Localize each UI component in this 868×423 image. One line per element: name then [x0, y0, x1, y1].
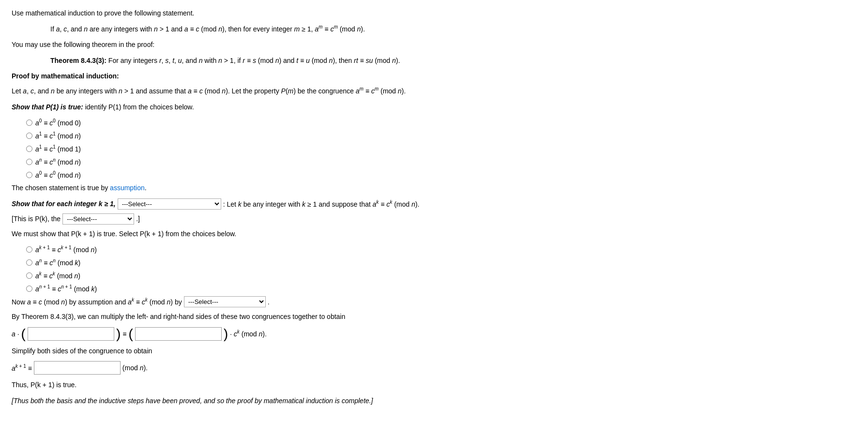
- theorem-block: Theorem 8.4.3(3): For any integers r, s,…: [12, 55, 856, 66]
- statement-block: If a, c, and n are any integers with n >…: [50, 23, 856, 34]
- right-paren-2: ): [224, 327, 228, 341]
- radio-pk1-2[interactable]: [26, 259, 32, 266]
- proof-header-text: Proof by mathematical induction:: [12, 72, 119, 80]
- radio-pk1-3-label: ak ≡ ck (mod n): [35, 270, 80, 281]
- ak1-input[interactable]: [34, 361, 121, 375]
- theorem-label: Theorem 8.4.3(3):: [50, 57, 107, 64]
- by-theorem-text: By Theorem 8.4.3(3), we can multiply the…: [12, 313, 345, 320]
- radio-pk1-3[interactable]: [26, 272, 32, 279]
- by-theorem-line: By Theorem 8.4.3(3), we can multiply the…: [12, 311, 856, 322]
- we-must-line: We must show that P(k + 1) is true. Sele…: [12, 228, 856, 239]
- statement-line: If a, c, and n are any integers with n >…: [12, 23, 856, 34]
- left-paren-1: (: [21, 327, 26, 341]
- radio-pk1-4-label: an + 1 ≡ cn + 1 (mod k): [35, 283, 97, 294]
- conclusion-line: [Thus both the basis and the inductive s…: [12, 395, 856, 406]
- radio-option-3: a1 ≡ c1 (mod 1): [26, 143, 856, 154]
- let-statement-text: Let a, c, and n be any integers with n >…: [12, 87, 406, 95]
- show-k-select[interactable]: ---Select--- if P(k) is true then P(k+1)…: [118, 198, 221, 210]
- radio-option-5: a0 ≡ c0 (mod n): [26, 169, 856, 181]
- simplify-text: Simplify both sides of the congruence to…: [12, 347, 152, 355]
- radio-pk1-1[interactable]: [26, 246, 32, 253]
- theorem-intro-line: You may use the following theorem in the…: [12, 39, 856, 50]
- instruction-text: Use mathematical induction to prove the …: [12, 9, 194, 17]
- now-a-text: Now a ≡ c (mod n) by assumption and ak ≡…: [12, 296, 182, 307]
- radio-p1-3[interactable]: [26, 146, 32, 152]
- radio-option-2: a1 ≡ c1 (mod n): [26, 130, 856, 141]
- show-k-line: Show that for each integer k ≥ 1, ---Sel…: [12, 198, 856, 210]
- statement-text: If a, c, and n are any integers with n >…: [50, 25, 365, 33]
- radio-pk1-option-2: an ≡ cn (mod k): [26, 257, 856, 268]
- show-k-mid-text: : Let k be any integer with k ≥ 1 and su…: [223, 198, 420, 210]
- right-paren-1: ): [116, 327, 121, 341]
- show-p1-label: Show that P(1) is true: identify P(1) fr…: [12, 103, 194, 111]
- radio-p1-5-label: a0 ≡ c0 (mod n): [35, 169, 81, 181]
- this-pk-select[interactable]: ---Select--- inductive hypothesis base c…: [62, 213, 134, 225]
- radio-p1-1-label: a0 ≡ c0 (mod 0): [35, 117, 81, 128]
- radio-p1-5[interactable]: [26, 172, 32, 178]
- radio-p1-3-label: a1 ≡ c1 (mod 1): [35, 143, 81, 154]
- this-pk-end: .]: [136, 213, 140, 224]
- radio-p1-4-label: an ≡ cn (mod n): [35, 156, 81, 167]
- congruence-equation: a · ( ) ≡ ( ) · ck (mod n).: [12, 327, 856, 341]
- radio-option-1: a0 ≡ c0 (mod 0): [26, 117, 856, 128]
- now-a-end: .: [268, 297, 270, 307]
- radio-p1-2[interactable]: [26, 133, 32, 139]
- chosen-statement-text: The chosen statement is true by assumpti…: [12, 184, 147, 192]
- radio-pk1-option-1: ak + 1 ≡ ck + 1 (mod n): [26, 244, 856, 255]
- this-pk-line: [This is P(k), the ---Select--- inductiv…: [12, 213, 856, 225]
- chosen-statement-line: The chosen statement is true by assumpti…: [12, 182, 856, 193]
- show-k-label: Show that for each integer k ≥ 1,: [12, 198, 116, 209]
- radio-p1-4[interactable]: [26, 159, 32, 165]
- radio-pk1-4[interactable]: [26, 286, 32, 292]
- ck-text: · ck (mod n).: [230, 328, 267, 339]
- radio-pk1-option-3: ak ≡ ck (mod n): [26, 270, 856, 281]
- radio-group-p1: a0 ≡ c0 (mod 0) a1 ≡ c1 (mod n) a1 ≡ c1 …: [26, 117, 856, 181]
- thus-line: Thus, P(k + 1) is true.: [12, 379, 856, 390]
- instruction-line: Use mathematical induction to prove the …: [12, 8, 856, 18]
- ak1-text: ak + 1 ≡: [12, 363, 32, 374]
- theorem-intro-text: You may use the following theorem in the…: [12, 41, 154, 48]
- conclusion-text: [Thus both the basis and the inductive s…: [12, 397, 373, 405]
- ak1-mod: (mod n).: [122, 363, 148, 373]
- now-a-select[interactable]: ---Select--- the inductive hypothesis as…: [184, 296, 266, 307]
- ak1-line: ak + 1 ≡ (mod n).: [12, 361, 856, 375]
- theorem-text: Theorem 8.4.3(3): For any integers r, s,…: [50, 55, 856, 66]
- radio-p1-1[interactable]: [26, 120, 32, 126]
- theorem-body: For any integers r, s, t, u, and n with …: [108, 57, 400, 64]
- let-statement-line: Let a, c, and n be any integers with n >…: [12, 86, 856, 97]
- this-pk-label: [This is P(k), the: [12, 213, 61, 224]
- left-paren-2: (: [128, 327, 133, 341]
- proof-header-line: Proof by mathematical induction:: [12, 71, 856, 81]
- show-p1-line: Show that P(1) is true: identify P(1) fr…: [12, 102, 856, 112]
- radio-pk1-option-4: an + 1 ≡ cn + 1 (mod k): [26, 283, 856, 294]
- we-must-text: We must show that P(k + 1) is true. Sele…: [12, 230, 236, 238]
- radio-p1-2-label: a1 ≡ c1 (mod n): [35, 130, 81, 141]
- radio-pk1-1-label: ak + 1 ≡ ck + 1 (mod n): [35, 244, 97, 255]
- left-input[interactable]: [28, 327, 114, 341]
- now-a-line: Now a ≡ c (mod n) by assumption and ak ≡…: [12, 296, 856, 307]
- right-input[interactable]: [135, 327, 222, 341]
- simplify-line: Simplify both sides of the congruence to…: [12, 346, 856, 356]
- radio-pk1-2-label: an ≡ cn (mod k): [35, 257, 80, 268]
- thus-text: Thus, P(k + 1) is true.: [12, 381, 76, 389]
- a-dot-label: a ·: [12, 329, 19, 339]
- equiv-symbol: ≡: [122, 329, 126, 339]
- radio-group-pk1: ak + 1 ≡ ck + 1 (mod n) an ≡ cn (mod k) …: [26, 244, 856, 294]
- radio-option-4: an ≡ cn (mod n): [26, 156, 856, 167]
